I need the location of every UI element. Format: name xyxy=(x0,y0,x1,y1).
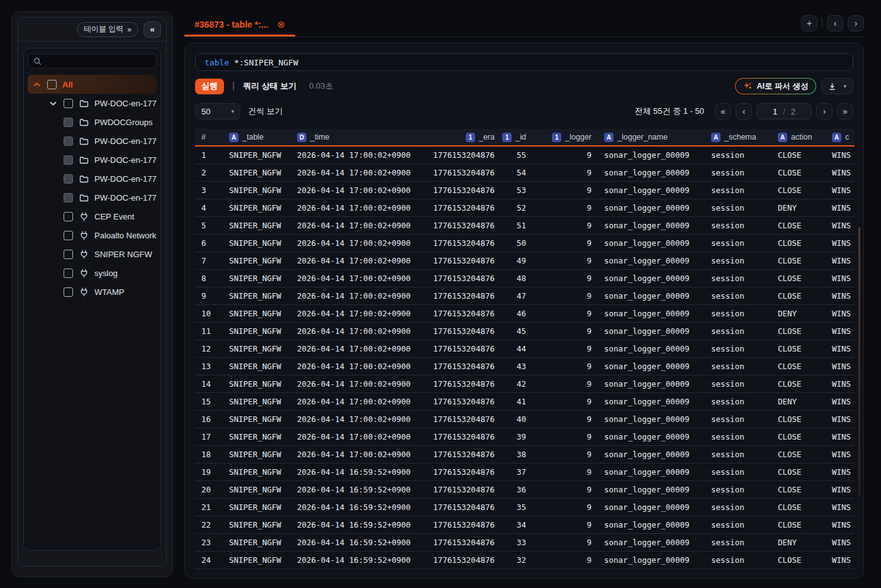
column-header-action[interactable]: Aaction xyxy=(772,133,826,142)
table-cell-action: CLOSE xyxy=(772,274,826,283)
column-header-c[interactable]: Ac xyxy=(826,133,855,142)
table-row[interactable]: 22SNIPER_NGFW2026-04-14 16:59:52+0900177… xyxy=(195,516,855,534)
table-row[interactable]: 15SNIPER_NGFW2026-04-14 17:00:02+0900177… xyxy=(195,393,855,411)
table-cell-c: WINS xyxy=(826,309,855,318)
checkbox[interactable] xyxy=(64,99,73,108)
chevron-spacer xyxy=(48,117,58,127)
checkbox[interactable] xyxy=(64,193,73,202)
table-cell-c: WINS xyxy=(826,344,855,353)
tree-item[interactable]: PW-DOC-en-17757 xyxy=(28,94,157,113)
page-size-select[interactable]: 50 ▾ xyxy=(195,103,240,119)
table-row[interactable]: 21SNIPER_NGFW2026-04-14 16:59:52+0900177… xyxy=(195,499,855,516)
tree-item[interactable]: PW-DOC-en-17757 xyxy=(28,169,157,188)
column-header-table[interactable]: A_table xyxy=(223,133,291,142)
table-row[interactable]: 2SNIPER_NGFW2026-04-14 17:00:02+09001776… xyxy=(195,164,855,182)
ai-parser-button[interactable]: AI로 파서 생성 xyxy=(735,78,817,94)
checkbox[interactable] xyxy=(64,250,73,259)
table-row[interactable]: 3SNIPER_NGFW2026-04-14 17:00:02+09001776… xyxy=(195,182,855,199)
table-row[interactable]: 20SNIPER_NGFW2026-04-14 16:59:52+0900177… xyxy=(195,481,855,499)
table-row[interactable]: 17SNIPER_NGFW2026-04-14 17:00:02+0900177… xyxy=(195,428,855,446)
tree-item[interactable]: CEP Event xyxy=(28,207,157,226)
table-row[interactable]: 9SNIPER_NGFW2026-04-14 17:00:02+09001776… xyxy=(195,287,855,305)
tree-item[interactable]: PWDOCGroups xyxy=(28,113,157,131)
table-row[interactable]: 8SNIPER_NGFW2026-04-14 17:00:02+09001776… xyxy=(195,270,855,287)
download-options-button[interactable]: ▾ xyxy=(843,83,846,89)
table-row[interactable]: 18SNIPER_NGFW2026-04-14 17:00:02+0900177… xyxy=(195,446,855,463)
table-cell-era: 1776153204876 xyxy=(424,520,501,530)
checkbox[interactable] xyxy=(64,287,73,297)
sidebar-collapse-button[interactable]: « xyxy=(143,21,161,38)
checkbox[interactable] xyxy=(64,212,73,221)
tree-item[interactable]: PW-DOC-en-17757 xyxy=(28,131,157,150)
last-page-button[interactable]: » xyxy=(837,103,853,119)
table-row[interactable]: 23SNIPER_NGFW2026-04-14 16:59:52+0900177… xyxy=(195,534,855,552)
table-cell-table: SNIPER_NGFW xyxy=(223,256,291,265)
type-badge: 1 xyxy=(502,133,512,142)
table-row[interactable]: 24SNIPER_NGFW2026-04-14 16:59:52+0900177… xyxy=(195,552,855,569)
table-row[interactable]: 4SNIPER_NGFW2026-04-14 17:00:02+09001776… xyxy=(195,199,855,217)
table-cell-table: SNIPER_NGFW xyxy=(223,379,291,389)
table-row[interactable]: 1SNIPER_NGFW2026-04-14 17:00:02+09001776… xyxy=(195,147,855,164)
checkbox[interactable] xyxy=(47,80,57,89)
folder-icon xyxy=(79,192,89,202)
tree-item[interactable]: PW-DOC-en-17757 xyxy=(28,188,157,207)
table-row[interactable]: 16SNIPER_NGFW2026-04-14 17:00:02+0900177… xyxy=(195,411,855,428)
tab-close-icon[interactable]: ⊗ xyxy=(278,19,286,29)
first-page-button[interactable]: « xyxy=(715,103,731,119)
checkbox[interactable] xyxy=(64,136,73,146)
table-cell-logger: 9 xyxy=(532,256,598,265)
prev-page-button[interactable]: ‹ xyxy=(736,103,752,119)
table-row[interactable]: 11SNIPER_NGFW2026-04-14 17:00:02+0900177… xyxy=(195,323,855,340)
checkbox[interactable] xyxy=(64,231,73,240)
run-button[interactable]: 실행 xyxy=(195,79,224,94)
table-cell-table: SNIPER_NGFW xyxy=(223,520,291,530)
checkbox[interactable] xyxy=(64,269,73,278)
column-header-time[interactable]: D_time xyxy=(291,133,424,142)
table-row[interactable]: 19SNIPER_NGFW2026-04-14 16:59:52+0900177… xyxy=(195,463,855,481)
checkbox[interactable] xyxy=(64,174,73,184)
chevron-up-icon[interactable] xyxy=(31,79,42,89)
table-row[interactable]: 5SNIPER_NGFW2026-04-14 17:00:02+09001776… xyxy=(195,217,855,235)
column-header-logger_name[interactable]: A_logger_name xyxy=(598,133,705,142)
tree-item[interactable]: WTAMP xyxy=(28,282,157,301)
checkbox[interactable] xyxy=(64,155,73,165)
query-status-link[interactable]: 쿼리 상태 보기 xyxy=(243,80,296,92)
tree-item[interactable]: syslog xyxy=(28,263,157,282)
column-header-logger[interactable]: 1_logger xyxy=(532,133,598,142)
page-number-input[interactable]: 1 / 2 xyxy=(756,103,812,119)
new-tab-button[interactable]: + xyxy=(801,15,817,31)
column-label: _time xyxy=(310,133,330,141)
column-header-schema[interactable]: A_schema xyxy=(705,133,772,142)
total-pages: 2 xyxy=(791,107,795,116)
table-row[interactable]: 7SNIPER_NGFW2026-04-14 17:00:02+09001776… xyxy=(195,252,855,270)
chevron-down-icon[interactable] xyxy=(48,98,58,108)
table-row[interactable]: 6SNIPER_NGFW2026-04-14 17:00:02+09001776… xyxy=(195,235,855,252)
table-row[interactable]: 10SNIPER_NGFW2026-04-14 17:00:02+0900177… xyxy=(195,305,855,323)
table-cell-id: 44 xyxy=(501,344,532,353)
table-row[interactable]: 12SNIPER_NGFW2026-04-14 17:00:02+0900177… xyxy=(195,340,855,358)
table-cell-#: 2 xyxy=(195,168,223,177)
column-header-id[interactable]: 1_id xyxy=(501,133,532,142)
tab-prev-button[interactable]: ‹ xyxy=(827,15,843,31)
tab-next-button[interactable]: › xyxy=(848,15,864,31)
checkbox[interactable] xyxy=(64,118,73,127)
table-row[interactable]: 13SNIPER_NGFW2026-04-14 17:00:02+0900177… xyxy=(195,358,855,375)
tree-item[interactable]: Paloalto Networks N xyxy=(28,226,157,245)
table-cell-action: CLOSE xyxy=(772,450,826,459)
column-header-#[interactable]: # xyxy=(195,133,223,141)
next-page-button[interactable]: › xyxy=(816,103,833,119)
tree-item[interactable]: All xyxy=(28,75,157,94)
vertical-scrollbar[interactable] xyxy=(858,227,860,497)
tree-item[interactable]: SNIPER NGFW xyxy=(28,245,157,263)
table-cell-era: 1776153204876 xyxy=(424,274,501,283)
table-input-button[interactable]: 테이블 입력 » xyxy=(77,22,138,37)
table-cell-logger_name: sonar_logger_00009 xyxy=(598,379,705,389)
query-tab[interactable]: #36873 - table *:... ⊗ xyxy=(184,14,295,36)
query-input[interactable]: table *:SNIPER_NGFW xyxy=(195,53,853,71)
search-input[interactable] xyxy=(28,53,157,69)
column-header-era[interactable]: 1_era xyxy=(424,133,501,142)
table-row[interactable]: 14SNIPER_NGFW2026-04-14 17:00:02+0900177… xyxy=(195,375,855,393)
table-cell-id: 42 xyxy=(501,379,532,389)
tree-item[interactable]: PW-DOC-en-17757 xyxy=(28,150,157,169)
download-button[interactable] xyxy=(828,82,836,91)
